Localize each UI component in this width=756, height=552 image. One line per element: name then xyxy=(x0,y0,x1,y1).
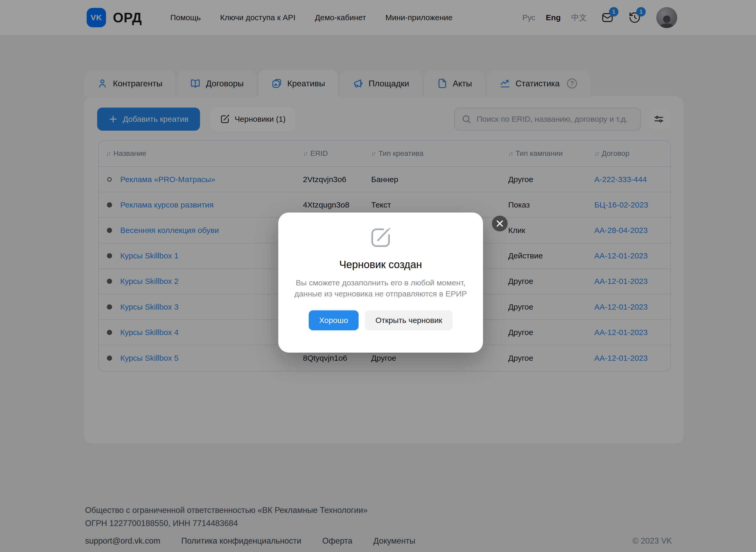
ord-cabinet-page: VK ОРД Помощь Ключи доступа к API Демо-к… xyxy=(0,0,756,552)
ok-button[interactable]: Хорошо xyxy=(309,310,358,330)
modal-close-button[interactable] xyxy=(492,216,508,232)
modal-body-line1: Вы сможете дозаполнить его в любой момен… xyxy=(294,277,467,288)
modal-title: Черновик создан xyxy=(339,259,422,271)
modal-body: Вы сможете дозаполнить его в любой момен… xyxy=(294,277,467,299)
modal-body-line2: данные из черновика не отправляются в ЕР… xyxy=(294,288,467,299)
draft-created-modal: Черновик создан Вы сможете дозаполнить е… xyxy=(278,213,483,353)
close-icon xyxy=(496,220,504,227)
open-draft-button[interactable]: Открыть черновик xyxy=(365,310,452,330)
draft-edit-icon xyxy=(368,225,393,250)
modal-actions: Хорошо Открыть черновик xyxy=(309,310,453,330)
